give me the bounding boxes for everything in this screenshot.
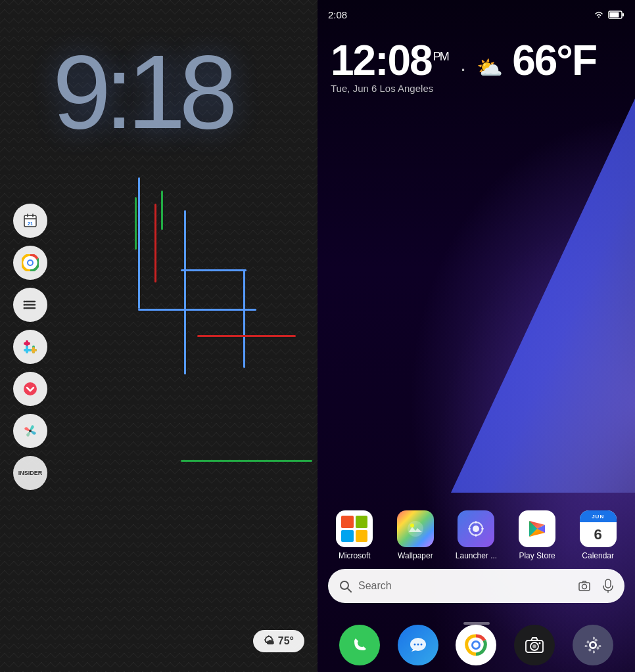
app-microsoft-label: Microsoft xyxy=(339,551,371,560)
svg-point-12 xyxy=(24,304,26,306)
dock-settings[interactable] xyxy=(573,625,613,665)
camera-icon xyxy=(525,636,544,654)
chrome-sidebar-icon[interactable] xyxy=(13,246,47,280)
svg-point-7 xyxy=(28,261,32,265)
calendar-date: 6 xyxy=(594,522,602,547)
svg-point-37 xyxy=(341,581,348,589)
svg-line-38 xyxy=(348,589,351,592)
search-icon xyxy=(339,579,352,593)
todoist-sidebar-icon[interactable] xyxy=(13,288,47,322)
wifi-icon xyxy=(594,11,604,18)
clock-temp: 66°F xyxy=(512,37,596,84)
app-launcher-label: Launcher ... xyxy=(456,551,497,560)
search-placeholder: Search xyxy=(358,580,571,592)
battery-icon xyxy=(608,11,624,19)
svg-rect-41 xyxy=(605,579,611,588)
svg-point-44 xyxy=(413,644,415,646)
main-clock: 12:08PM · ⛅ 66°F xyxy=(331,39,596,81)
app-play-store[interactable]: Play Store xyxy=(511,510,563,560)
svg-point-53 xyxy=(539,642,541,644)
home-screen-panel: 2:08 12:08PM · ⛅ 66°F Tue, Jun 6 Los Ang… xyxy=(318,0,635,672)
pinwheel-sidebar-icon[interactable] xyxy=(13,414,47,448)
weather-widget-icon: ⛅ xyxy=(477,56,502,79)
svg-point-40 xyxy=(582,585,587,589)
insider-icon[interactable]: INSIDER xyxy=(13,456,47,490)
svg-rect-19 xyxy=(32,347,35,353)
chrome-dock-icon xyxy=(465,634,487,656)
phone-icon xyxy=(350,636,369,654)
svg-point-55 xyxy=(590,642,596,648)
app-play-store-label: Play Store xyxy=(519,551,555,560)
svg-point-45 xyxy=(417,644,419,646)
dock-row xyxy=(318,625,635,665)
camera-search-icon[interactable] xyxy=(577,579,592,593)
weather-badge: 🌤 75° xyxy=(253,630,304,652)
svg-marker-24 xyxy=(451,99,635,493)
calendar-sidebar-icon[interactable]: 21 xyxy=(13,204,47,238)
svg-point-52 xyxy=(532,644,536,648)
app-calendar-label: Calendar xyxy=(582,551,614,560)
svg-point-28 xyxy=(408,521,423,537)
status-time: 2:08 xyxy=(328,9,347,20)
ampm: PM xyxy=(433,50,448,63)
app-wallpaper[interactable]: Wallpaper xyxy=(389,510,442,560)
svg-rect-21 xyxy=(26,346,28,353)
clock-widget: 12:08PM · ⛅ 66°F Tue, Jun 6 Los Angeles xyxy=(331,39,596,94)
svg-point-29 xyxy=(410,524,414,527)
svg-point-31 xyxy=(473,526,479,532)
svg-point-46 xyxy=(420,644,422,646)
dock-phone[interactable] xyxy=(339,625,380,665)
svg-rect-27 xyxy=(610,12,619,17)
app-calendar[interactable]: JUN 6 Calendar xyxy=(572,510,624,560)
clock-date: Tue, Jun 6 Los Angeles xyxy=(331,83,596,94)
svg-rect-26 xyxy=(623,13,624,16)
lock-screen-panel: 9:18 21 xyxy=(0,0,318,672)
weather-temp: 75° xyxy=(278,635,294,647)
svg-point-23 xyxy=(29,430,32,432)
svg-rect-15 xyxy=(24,342,30,345)
slack-sidebar-icon[interactable] xyxy=(13,330,47,364)
svg-point-49 xyxy=(473,642,479,648)
launcher-app-icon xyxy=(465,518,486,539)
wallpaper-app-icon xyxy=(406,519,425,539)
clock-time: 12:08 xyxy=(331,37,432,84)
wallpaper-blade xyxy=(451,99,635,493)
status-bar: 2:08 xyxy=(318,0,635,24)
svg-point-13 xyxy=(24,307,26,309)
dot-separator: · xyxy=(461,62,463,78)
status-icons xyxy=(594,11,624,19)
svg-point-11 xyxy=(24,301,26,303)
pocket-sidebar-icon[interactable] xyxy=(13,372,47,406)
messages-icon xyxy=(408,636,428,654)
sidebar-icons: 21 xyxy=(13,204,47,490)
dock-chrome[interactable] xyxy=(456,625,496,665)
svg-point-22 xyxy=(24,382,37,395)
app-row: Microsoft Wallpaper xyxy=(318,510,635,560)
dock-camera[interactable] xyxy=(514,625,555,665)
lock-time: 9:18 xyxy=(53,39,231,145)
mic-search-icon[interactable] xyxy=(602,579,614,593)
svg-text:21: 21 xyxy=(28,221,33,226)
app-wallpaper-label: Wallpaper xyxy=(398,551,433,560)
settings-icon xyxy=(583,635,603,655)
weather-icon: 🌤 xyxy=(264,635,274,647)
dock-messages[interactable] xyxy=(398,625,438,665)
app-launcher[interactable]: Launcher ... xyxy=(450,510,502,560)
lines-widget xyxy=(53,177,304,493)
app-microsoft[interactable]: Microsoft xyxy=(328,510,381,560)
search-bar[interactable]: Search xyxy=(328,569,624,603)
